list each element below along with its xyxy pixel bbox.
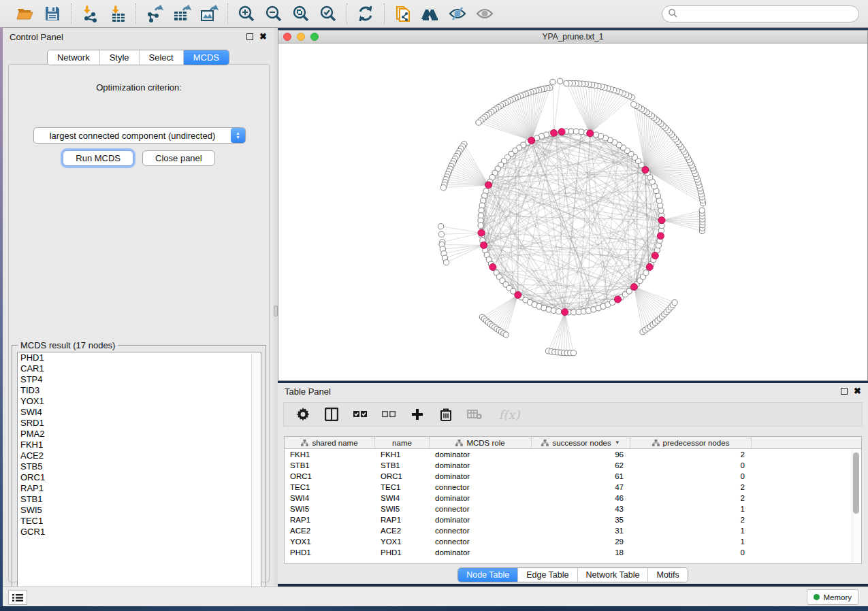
unselect-all-columns-icon[interactable] bbox=[381, 406, 397, 423]
table-row[interactable]: ACE2ACE2connector311 bbox=[285, 525, 861, 536]
node-table-scrollbar[interactable] bbox=[852, 450, 860, 562]
tab-select[interactable]: Select bbox=[139, 50, 183, 65]
table-cell[interactable]: 43 bbox=[532, 503, 630, 514]
search-input[interactable] bbox=[662, 5, 859, 22]
table-cell[interactable]: 2 bbox=[630, 514, 752, 525]
float-panel-icon[interactable] bbox=[246, 33, 253, 40]
mcds-result-item[interactable]: SRD1 bbox=[18, 418, 261, 429]
mcds-result-item[interactable]: SWI4 bbox=[18, 407, 261, 418]
table-cell[interactable]: 2 bbox=[630, 449, 752, 460]
column-header-name[interactable]: name bbox=[375, 437, 430, 448]
hide-selected-icon[interactable] bbox=[447, 3, 468, 24]
table-cell[interactable]: PHD1 bbox=[375, 547, 430, 558]
dominator-node[interactable] bbox=[658, 217, 665, 224]
mcds-result-item[interactable]: TEC1 bbox=[18, 516, 261, 527]
dominator-node[interactable] bbox=[489, 264, 496, 271]
table-cell[interactable]: STB1 bbox=[375, 460, 430, 471]
mcds-result-list[interactable]: PHD1CAR1STP4TID3YOX1SWI4SRD1PMA2FKH1ACE2… bbox=[17, 352, 261, 592]
export-image-icon[interactable] bbox=[199, 3, 219, 24]
leaf-node[interactable] bbox=[444, 260, 449, 265]
dominator-node[interactable] bbox=[478, 229, 485, 236]
network-canvas[interactable] bbox=[278, 44, 867, 380]
delete-table-icon[interactable] bbox=[466, 406, 483, 423]
binoculars-icon[interactable] bbox=[420, 3, 440, 24]
zoom-selected-icon[interactable] bbox=[318, 3, 338, 24]
table-row[interactable]: SWI5SWI5connector431 bbox=[285, 503, 861, 514]
dominator-node[interactable] bbox=[657, 233, 664, 240]
table-row[interactable]: PHD1PHD1dominator180 bbox=[285, 547, 861, 558]
mcds-result-item[interactable]: PMA2 bbox=[18, 429, 261, 440]
table-row[interactable]: RAP1RAP1dominator352 bbox=[285, 514, 861, 525]
table-cell[interactable]: 29 bbox=[532, 536, 630, 547]
table-cell[interactable]: dominator bbox=[430, 547, 532, 558]
zoom-fit-icon[interactable] bbox=[291, 3, 311, 24]
run-mcds-button[interactable]: Run MCDS bbox=[63, 150, 133, 166]
leaf-node[interactable] bbox=[476, 120, 481, 125]
import-network-icon[interactable] bbox=[80, 3, 100, 24]
table-cell[interactable]: 0 bbox=[630, 460, 752, 471]
mcds-result-item[interactable]: STB5 bbox=[18, 461, 261, 472]
ring-node[interactable] bbox=[626, 288, 632, 294]
delete-columns-icon[interactable] bbox=[438, 406, 454, 423]
mcds-list-scrollbar[interactable] bbox=[251, 353, 260, 592]
leaf-node[interactable] bbox=[570, 350, 576, 356]
table-row[interactable]: STB1STB1dominator620 bbox=[285, 460, 861, 471]
table-cell[interactable]: SWI4 bbox=[375, 493, 430, 503]
table-settings-icon[interactable] bbox=[295, 406, 311, 423]
zoom-out-icon[interactable] bbox=[263, 3, 284, 24]
mcds-result-item[interactable]: FKH1 bbox=[18, 440, 261, 450]
table-cell[interactable]: dominator bbox=[430, 471, 532, 482]
mcds-result-item[interactable]: GCR1 bbox=[18, 527, 261, 538]
mcds-result-item[interactable]: YOX1 bbox=[18, 396, 261, 407]
mcds-result-item[interactable]: STB1 bbox=[18, 494, 261, 505]
ring-node[interactable] bbox=[573, 129, 579, 134]
table-cell[interactable]: dominator bbox=[430, 449, 532, 460]
table-cell[interactable]: 1 bbox=[630, 503, 752, 514]
table-cell[interactable]: 1 bbox=[630, 525, 752, 536]
mcds-result-item[interactable]: TID3 bbox=[18, 385, 261, 396]
leaf-node[interactable] bbox=[438, 231, 444, 237]
table-cell[interactable]: RAP1 bbox=[375, 514, 430, 525]
tab-mcds[interactable]: MCDS bbox=[183, 50, 229, 65]
table-cell[interactable]: TEC1 bbox=[285, 482, 375, 493]
table-cell[interactable]: YOX1 bbox=[285, 536, 375, 547]
table-cell[interactable]: PHD1 bbox=[285, 547, 375, 558]
leaf-node[interactable] bbox=[631, 101, 637, 107]
table-cell[interactable]: YOX1 bbox=[375, 536, 430, 547]
tab-network-table[interactable]: Network Table bbox=[577, 568, 648, 582]
table-cell[interactable]: connector bbox=[430, 536, 532, 547]
table-cell[interactable]: 62 bbox=[532, 460, 630, 471]
optimization-criterion-select[interactable]: largest connected component (undirected)… bbox=[33, 127, 246, 144]
dominator-node[interactable] bbox=[615, 296, 622, 303]
ring-node[interactable] bbox=[556, 309, 562, 314]
dominator-node[interactable] bbox=[642, 167, 649, 174]
table-row[interactable]: ORC1ORC1dominator610 bbox=[285, 471, 861, 482]
dominator-node[interactable] bbox=[630, 284, 637, 291]
table-cell[interactable]: 35 bbox=[532, 514, 630, 525]
table-cell[interactable]: RAP1 bbox=[285, 514, 375, 525]
column-header-MCDS-role[interactable]: MCDS role bbox=[430, 437, 532, 448]
mcds-result-item[interactable]: STP4 bbox=[18, 374, 261, 385]
ring-node[interactable] bbox=[593, 132, 598, 137]
table-cell[interactable]: connector bbox=[430, 525, 532, 536]
table-cell[interactable]: ORC1 bbox=[285, 471, 375, 482]
leaf-node[interactable] bbox=[440, 185, 446, 191]
export-network-icon[interactable] bbox=[144, 3, 165, 24]
dominator-node[interactable] bbox=[587, 130, 594, 137]
tab-style[interactable]: Style bbox=[99, 50, 139, 65]
network-window-titlebar[interactable]: YPA_prune.txt_1 bbox=[278, 31, 867, 44]
zoom-in-icon[interactable] bbox=[236, 3, 257, 24]
dominator-node[interactable] bbox=[558, 129, 565, 135]
table-cell[interactable]: 47 bbox=[532, 482, 630, 493]
table-cell[interactable]: SWI4 bbox=[285, 493, 375, 503]
dominator-node[interactable] bbox=[528, 137, 535, 144]
table-cell[interactable]: 2 bbox=[630, 493, 752, 503]
leaf-node[interactable] bbox=[564, 81, 569, 86]
table-cell[interactable]: dominator bbox=[430, 460, 532, 471]
network-document-icon[interactable] bbox=[393, 3, 413, 24]
dominator-node[interactable] bbox=[485, 182, 492, 188]
column-header-successor-nodes[interactable]: successor nodes▼ bbox=[532, 437, 630, 448]
network-graph[interactable] bbox=[278, 44, 867, 380]
table-cell[interactable]: ACE2 bbox=[285, 525, 375, 536]
function-builder-icon[interactable]: f(x) bbox=[495, 406, 524, 423]
